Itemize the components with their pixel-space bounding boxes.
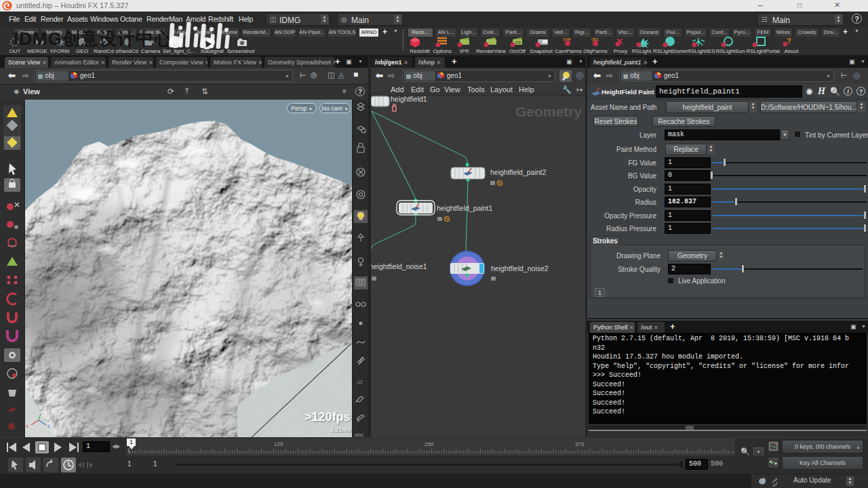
svg-text:FR: FR	[515, 41, 521, 45]
svg-text:z: z	[47, 423, 50, 429]
svg-text:CAM: CAM	[563, 37, 570, 41]
svg-text:250: 250	[425, 441, 434, 447]
svg-text:.12: .12	[356, 380, 363, 384]
svg-text:375: 375	[575, 441, 585, 447]
svg-text:abc: abc	[355, 432, 363, 437]
svg-text:125: 125	[274, 441, 283, 447]
svg-text:x: x	[26, 423, 28, 429]
